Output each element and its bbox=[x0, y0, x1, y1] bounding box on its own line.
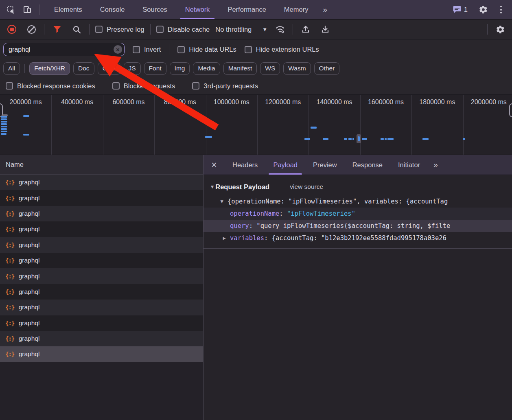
waterfall-bar bbox=[348, 138, 352, 140]
disable-cache-checkbox[interactable]: Disable cache bbox=[156, 26, 210, 33]
request-row[interactable]: {:}graphql bbox=[0, 206, 203, 221]
tab-response[interactable]: Response bbox=[345, 155, 390, 175]
request-list-panel: Name {:}graphql{:}graphql{:}graphql{:}gr… bbox=[0, 155, 203, 420]
request-row[interactable]: {:}graphql bbox=[0, 253, 203, 268]
more-panels-icon[interactable]: » bbox=[317, 0, 332, 19]
tab-memory[interactable]: Memory bbox=[275, 0, 317, 19]
export-har-icon[interactable] bbox=[318, 22, 332, 36]
payload-colon: : bbox=[249, 222, 257, 230]
timeline-tick-label: 1200000 ms bbox=[257, 98, 309, 107]
payload-row-variables[interactable]: ▶variables: {accountTag: "b12e3b2192ee55… bbox=[203, 232, 512, 244]
view-source-link[interactable]: view source bbox=[290, 183, 323, 190]
divider bbox=[150, 24, 151, 35]
blocked-response-cookies-checkbox[interactable]: Blocked response cookies bbox=[6, 82, 95, 90]
filter-pill-font[interactable]: Font bbox=[144, 62, 166, 75]
request-name: graphql bbox=[19, 179, 40, 186]
tab-initiator[interactable]: Initiator bbox=[390, 155, 428, 175]
filter-pill-other[interactable]: Other bbox=[314, 62, 340, 75]
tab-payload[interactable]: Payload bbox=[265, 155, 305, 175]
checkbox-label: Invert bbox=[144, 46, 161, 53]
tab-preview[interactable]: Preview bbox=[305, 155, 345, 175]
waterfall-bar bbox=[1, 128, 7, 130]
device-toolbar-icon[interactable] bbox=[20, 3, 34, 17]
request-row[interactable]: {:}graphql bbox=[0, 300, 203, 315]
preserve-log-checkbox[interactable]: Preserve log bbox=[95, 26, 144, 33]
name-column-header[interactable]: Name bbox=[0, 155, 203, 175]
request-row[interactable]: {:}graphql bbox=[0, 284, 203, 300]
more-detail-tabs-icon[interactable]: » bbox=[428, 155, 443, 175]
tab-network[interactable]: Network bbox=[176, 0, 219, 19]
tab-performance[interactable]: Performance bbox=[219, 0, 275, 19]
request-name: graphql bbox=[19, 210, 40, 217]
payload-key: operationName bbox=[230, 210, 279, 217]
filter-pill-wasm[interactable]: Wasm bbox=[283, 62, 311, 75]
inspect-element-icon[interactable] bbox=[4, 3, 18, 17]
issues-button[interactable]: 1 bbox=[453, 6, 468, 13]
filter-pill-media[interactable]: Media bbox=[193, 62, 220, 75]
filter-funnel-icon[interactable] bbox=[50, 22, 64, 36]
filter-pill-all[interactable]: All bbox=[3, 62, 20, 75]
filter-pill-fetch-xhr[interactable]: Fetch/XHR bbox=[29, 62, 70, 75]
network-settings-gear-icon[interactable] bbox=[493, 22, 507, 36]
request-row[interactable]: {:}graphql bbox=[0, 268, 203, 284]
search-icon[interactable] bbox=[70, 22, 83, 36]
tab-sources[interactable]: Sources bbox=[133, 0, 176, 19]
checkbox-box bbox=[245, 46, 252, 53]
blocked-requests-checkbox[interactable]: Blocked requests bbox=[112, 82, 175, 90]
payload-row-operationname[interactable]: operationName: "ipFlowTimeseries" bbox=[203, 208, 512, 220]
filter-text-input[interactable] bbox=[3, 43, 125, 56]
request-row[interactable]: {:}graphql bbox=[0, 346, 203, 362]
checkbox-label: Blocked response cookies bbox=[17, 82, 95, 90]
divider bbox=[89, 24, 90, 35]
settings-gear-icon[interactable] bbox=[476, 3, 490, 17]
tab-elements[interactable]: Elements bbox=[45, 0, 91, 19]
import-har-icon[interactable] bbox=[299, 22, 313, 36]
toolbar-right-group: 1 bbox=[453, 0, 512, 19]
menu-kebab-icon[interactable] bbox=[494, 3, 508, 17]
issues-count: 1 bbox=[464, 6, 468, 13]
filter-pill-manifest[interactable]: Manifest bbox=[223, 62, 257, 75]
network-overview-timeline[interactable]: 200000 ms400000 ms600000 ms800000 ms1000… bbox=[0, 95, 512, 155]
divider bbox=[44, 24, 44, 35]
payload-colon: : bbox=[264, 234, 272, 242]
request-row[interactable]: {:}graphql bbox=[0, 190, 203, 206]
xhr-fetch-icon: {:} bbox=[5, 195, 14, 201]
filter-pill-css[interactable]: CSS bbox=[98, 62, 120, 75]
filter-pill-ws[interactable]: WS bbox=[260, 62, 280, 75]
throttling-dropdown[interactable]: No throttling ▼ bbox=[215, 26, 267, 33]
clear-network-log-icon[interactable] bbox=[24, 22, 38, 36]
xhr-fetch-icon: {:} bbox=[5, 226, 14, 232]
close-detail-icon[interactable]: × bbox=[203, 155, 225, 175]
request-row[interactable]: {:}graphql bbox=[0, 175, 203, 190]
request-row[interactable]: {:}graphql bbox=[0, 221, 203, 237]
invert-checkbox[interactable]: Invert bbox=[133, 46, 161, 53]
third-party-requests-checkbox[interactable]: 3rd-party requests bbox=[192, 82, 258, 90]
filter-pill-img[interactable]: Img bbox=[170, 62, 190, 75]
tab-headers[interactable]: Headers bbox=[225, 155, 265, 175]
tab-console[interactable]: Console bbox=[91, 0, 134, 19]
checkbox-box bbox=[177, 46, 185, 53]
clear-filter-icon[interactable]: × bbox=[114, 45, 122, 54]
waterfall-bar bbox=[362, 138, 367, 140]
request-row[interactable]: {:}graphql bbox=[0, 315, 203, 331]
payload-summary-row[interactable]: ▼ {operationName: "ipFlowTimeseries", va… bbox=[203, 195, 512, 208]
filter-pill-js[interactable]: JS bbox=[124, 62, 141, 75]
filter-pill-doc[interactable]: Doc bbox=[73, 62, 94, 75]
checkbox-label: Hide data URLs bbox=[189, 46, 236, 53]
request-row[interactable]: {:}graphql bbox=[0, 237, 203, 253]
hide-data-urls-checkbox[interactable]: Hide data URLs bbox=[177, 46, 236, 53]
expand-triangle-icon: ▼ bbox=[219, 199, 225, 204]
checkbox-label: Preserve log bbox=[107, 26, 144, 33]
waterfall-bar bbox=[422, 138, 429, 140]
checkbox-label: Hide extension URLs bbox=[256, 46, 319, 53]
filter-input-wrap: × bbox=[3, 43, 125, 56]
waterfall-bar bbox=[311, 127, 317, 129]
hide-extension-urls-checkbox[interactable]: Hide extension URLs bbox=[245, 46, 319, 53]
xhr-fetch-icon: {:} bbox=[5, 304, 14, 311]
payload-row-query[interactable]: query: "query ipFlowTimeseries($accountT… bbox=[203, 220, 512, 232]
record-network-log-icon[interactable] bbox=[5, 22, 19, 36]
network-conditions-icon[interactable] bbox=[273, 22, 287, 36]
request-row[interactable]: {:}graphql bbox=[0, 331, 203, 346]
request-payload-section-header[interactable]: ▼ Request Payload view source bbox=[203, 180, 512, 193]
request-name: graphql bbox=[19, 257, 40, 264]
